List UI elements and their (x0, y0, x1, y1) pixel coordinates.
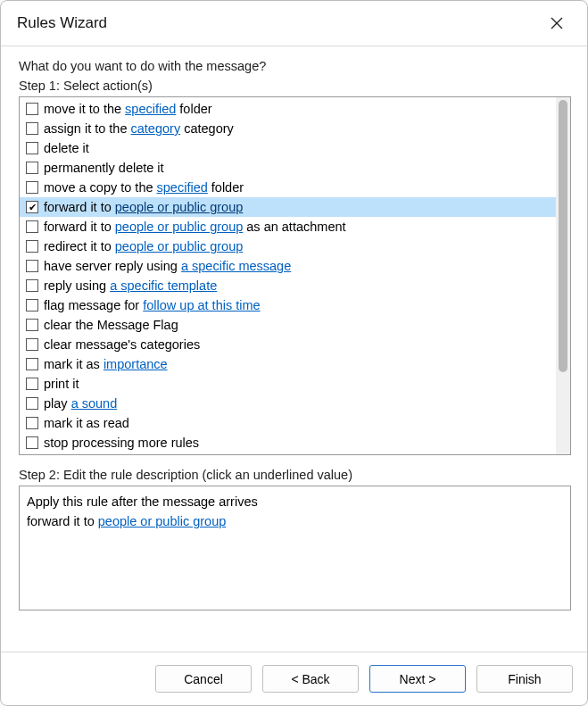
action-label: stop processing more rules (44, 433, 199, 453)
action-label: forward it to people or public group (44, 197, 243, 217)
action-label: print it (44, 374, 79, 394)
action-link[interactable]: people or public group (115, 239, 244, 253)
action-label: mark it as read (44, 413, 129, 433)
action-row[interactable]: move it to the specified folder (20, 99, 556, 119)
action-checkbox[interactable] (26, 299, 38, 311)
action-checkbox[interactable] (26, 279, 38, 292)
action-row[interactable]: forward it to people or public group as … (20, 217, 556, 237)
cancel-button[interactable]: Cancel (155, 665, 252, 693)
action-link[interactable]: category (131, 121, 181, 136)
action-row[interactable]: have server reply using a specific messa… (20, 256, 556, 276)
action-link[interactable]: a specific message (181, 259, 291, 273)
action-row[interactable]: mark it as read (20, 413, 556, 433)
action-checkbox[interactable] (26, 240, 38, 253)
action-checkbox[interactable] (26, 358, 38, 370)
action-link[interactable]: importance (104, 357, 168, 371)
action-link[interactable]: a specific template (110, 278, 217, 293)
action-checkbox[interactable] (26, 260, 38, 272)
action-label: have server reply using a specific messa… (44, 256, 291, 276)
action-label: clear the Message Flag (44, 315, 178, 335)
action-label: play a sound (44, 394, 117, 413)
scrollbar-thumb[interactable] (559, 100, 567, 372)
content-area: What do you want to do with the message?… (1, 46, 587, 652)
step1-label: Step 1: Select action(s) (19, 79, 571, 93)
action-row[interactable]: play a sound (20, 394, 556, 413)
action-row[interactable]: stop processing more rules (20, 433, 556, 453)
action-row[interactable]: forward it to people or public group (20, 197, 556, 217)
action-link[interactable]: follow up at this time (143, 298, 260, 312)
action-label: move it to the specified folder (44, 99, 212, 119)
action-label: assign it to the category category (44, 119, 234, 138)
action-checkbox[interactable] (26, 220, 38, 233)
actions-list-inner: move it to the specified folderassign it… (20, 97, 556, 454)
action-row[interactable]: clear message's categories (20, 335, 556, 354)
action-label: forward it to people or public group as … (44, 217, 346, 237)
action-row[interactable]: mark it as importance (20, 354, 556, 374)
action-link[interactable]: specified (125, 102, 176, 116)
action-label: clear message's categories (44, 335, 200, 354)
description-line: forward it to people or public group (27, 511, 563, 531)
action-row[interactable]: clear the Message Flag (20, 315, 556, 335)
action-row[interactable]: flag message for follow up at this time (20, 295, 556, 315)
close-icon (551, 17, 563, 29)
step2-label: Step 2: Edit the rule description (click… (19, 468, 571, 482)
button-bar: Cancel < Back Next > Finish (1, 652, 587, 705)
scrollbar[interactable] (556, 97, 570, 454)
back-button[interactable]: < Back (262, 665, 359, 693)
action-label: permanently delete it (44, 158, 164, 178)
rules-wizard-window: Rules Wizard What do you want to do with… (0, 0, 588, 706)
action-row[interactable]: move a copy to the specified folder (20, 178, 556, 197)
window-title: Rules Wizard (17, 14, 107, 32)
action-link[interactable]: specified (157, 180, 208, 195)
action-label: delete it (44, 138, 89, 158)
actions-list: move it to the specified folderassign it… (19, 96, 571, 455)
finish-button[interactable]: Finish (476, 665, 573, 693)
description-line: Apply this rule after the message arrive… (27, 492, 563, 511)
action-row[interactable]: reply using a specific template (20, 276, 556, 295)
action-checkbox[interactable] (26, 142, 38, 154)
close-button[interactable] (541, 10, 573, 37)
action-checkbox[interactable] (26, 201, 38, 213)
action-label: flag message for follow up at this time (44, 295, 261, 315)
action-checkbox[interactable] (26, 319, 38, 331)
rule-description: Apply this rule after the message arrive… (19, 486, 571, 610)
action-checkbox[interactable] (26, 436, 38, 449)
description-link[interactable]: people or public group (98, 514, 227, 528)
action-link[interactable]: people or public group (115, 200, 244, 214)
action-checkbox[interactable] (26, 122, 38, 135)
action-checkbox[interactable] (26, 417, 38, 429)
action-row[interactable]: delete it (20, 138, 556, 158)
action-label: reply using a specific template (44, 276, 217, 295)
action-row[interactable]: redirect it to people or public group (20, 237, 556, 256)
prompt-text: What do you want to do with the message? (19, 59, 571, 73)
action-link[interactable]: a sound (71, 396, 118, 411)
action-label: mark it as importance (44, 354, 168, 374)
action-link[interactable]: people or public group (115, 220, 244, 234)
action-checkbox[interactable] (26, 181, 38, 194)
next-button[interactable]: Next > (369, 665, 466, 693)
action-row[interactable]: assign it to the category category (20, 119, 556, 138)
action-checkbox[interactable] (26, 162, 38, 174)
action-label: move a copy to the specified folder (44, 178, 244, 197)
action-checkbox[interactable] (26, 378, 38, 390)
action-checkbox[interactable] (26, 103, 38, 115)
action-row[interactable]: permanently delete it (20, 158, 556, 178)
action-label: redirect it to people or public group (44, 237, 243, 256)
titlebar: Rules Wizard (1, 1, 587, 46)
action-row[interactable]: print it (20, 374, 556, 394)
action-checkbox[interactable] (26, 338, 38, 351)
action-checkbox[interactable] (26, 397, 38, 410)
